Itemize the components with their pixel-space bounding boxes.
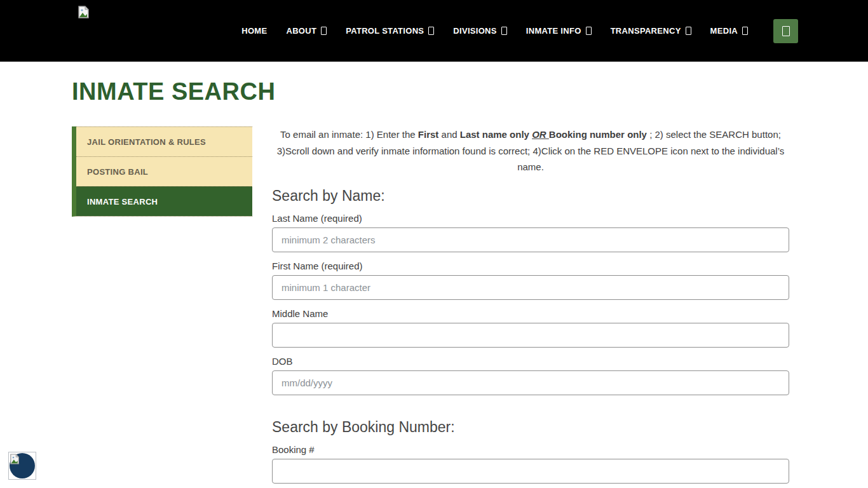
instructions-or: OR <box>532 129 549 140</box>
booking-number-input[interactable] <box>272 459 789 484</box>
dob-field-group: DOB <box>272 356 789 395</box>
nav-item-about[interactable]: ABOUT <box>286 26 327 36</box>
nav-item-label: PATROL STATIONS <box>346 26 424 36</box>
nav-item-inmate-info[interactable]: INMATE INFO <box>526 26 592 36</box>
search-by-name-heading: Search by Name: <box>272 187 789 205</box>
site-logo-broken-image-icon[interactable] <box>78 6 90 18</box>
sidebar-item-label: JAIL ORIENTATION & RULES <box>87 137 206 147</box>
page-title: INMATE SEARCH <box>72 78 796 105</box>
dob-label: DOB <box>272 356 789 367</box>
sidebar-menu: JAIL ORIENTATION & RULES POSTING BAIL IN… <box>72 126 252 217</box>
nav-item-label: MEDIA <box>710 26 738 36</box>
dropdown-missing-glyph-icon <box>686 27 691 35</box>
instructions-bold-booking: Booking number only <box>549 129 647 140</box>
nav-item-label: DIVISIONS <box>453 26 496 36</box>
top-nav-bar: HOME ABOUT PATROL STATIONS DIVISIONS INM… <box>0 0 868 62</box>
nav-item-home[interactable]: HOME <box>241 26 267 36</box>
dropdown-missing-glyph-icon <box>428 27 434 35</box>
first-name-field-group: First Name (required) <box>272 261 789 300</box>
nav-item-media[interactable]: MEDIA <box>710 26 748 36</box>
main-navigation: HOME ABOUT PATROL STATIONS DIVISIONS INM… <box>241 0 798 62</box>
nav-item-divisions[interactable]: DIVISIONS <box>453 26 506 36</box>
last-name-label: Last Name (required) <box>272 213 789 224</box>
instructions-text: To email an inmate: 1) Enter the <box>280 129 418 140</box>
middle-name-field-group: Middle Name <box>272 308 789 348</box>
accessibility-broken-image-icon <box>10 454 20 467</box>
nav-item-label: ABOUT <box>286 26 316 36</box>
dropdown-missing-glyph-icon <box>501 27 507 35</box>
sidebar-item-jail-orientation-rules[interactable]: JAIL ORIENTATION & RULES <box>76 126 252 156</box>
middle-name-label: Middle Name <box>272 308 789 319</box>
first-name-input[interactable] <box>272 275 789 300</box>
nav-item-label: INMATE INFO <box>526 26 581 36</box>
instructions-bold-lastname: Last name only <box>460 129 532 140</box>
dropdown-missing-glyph-icon <box>586 27 592 35</box>
dropdown-missing-glyph-icon <box>321 27 327 35</box>
page-content: INMATE SEARCH JAIL ORIENTATION & RULES P… <box>0 78 868 484</box>
last-name-input[interactable] <box>272 227 789 252</box>
inmate-search-form-section: To email an inmate: 1) Enter the First a… <box>272 126 789 484</box>
email-inmate-instructions: To email an inmate: 1) Enter the First a… <box>272 126 789 175</box>
nav-item-label: TRANSPARENCY <box>611 26 681 36</box>
accessibility-widget-button[interactable] <box>8 452 36 480</box>
dob-input[interactable] <box>272 370 789 395</box>
instructions-text: and <box>438 129 459 140</box>
search-missing-glyph-icon <box>782 26 790 36</box>
search-by-booking-heading: Search by Booking Number: <box>272 419 789 436</box>
booking-number-label: Booking # <box>272 444 789 455</box>
search-button[interactable] <box>773 19 798 43</box>
nav-item-patrol-stations[interactable]: PATROL STATIONS <box>346 26 434 36</box>
nav-item-label: HOME <box>241 26 267 36</box>
booking-number-field-group: Booking # <box>272 444 789 484</box>
sidebar-item-label: INMATE SEARCH <box>87 197 158 207</box>
middle-name-input[interactable] <box>272 323 789 348</box>
dropdown-missing-glyph-icon <box>742 27 748 35</box>
instructions-bold-first: First <box>418 129 439 140</box>
nav-item-transparency[interactable]: TRANSPARENCY <box>611 26 691 36</box>
sidebar-item-label: POSTING BAIL <box>87 167 148 177</box>
sidebar-item-inmate-search[interactable]: INMATE SEARCH <box>76 186 252 216</box>
first-name-label: First Name (required) <box>272 261 789 271</box>
sidebar-item-posting-bail[interactable]: POSTING BAIL <box>76 156 252 186</box>
last-name-field-group: Last Name (required) <box>272 213 789 252</box>
